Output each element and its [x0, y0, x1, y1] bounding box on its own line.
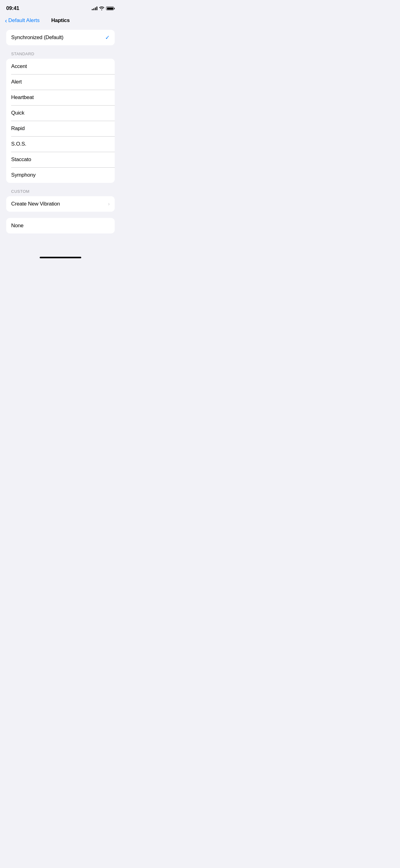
synchronized-card: Synchronized (Default) ✓: [6, 30, 115, 45]
list-item-rapid[interactable]: Rapid: [6, 121, 115, 136]
none-card: None: [6, 218, 115, 234]
page-title: Haptics: [51, 18, 69, 24]
custom-list: Create New Vibration ›: [6, 196, 115, 212]
checkmark-icon: ✓: [105, 34, 110, 41]
content: Synchronized (Default) ✓ STANDARD Accent…: [0, 27, 121, 246]
list-item-accent[interactable]: Accent: [6, 59, 115, 74]
custom-section: CUSTOM Create New Vibration ›: [6, 189, 115, 212]
battery-icon: [106, 6, 115, 10]
nav-bar: ‹ Default Alerts Haptics: [0, 15, 121, 27]
home-bar: [40, 257, 81, 258]
list-item-heartbeat[interactable]: Heartbeat: [6, 90, 115, 105]
create-new-vibration-item[interactable]: Create New Vibration ›: [6, 196, 115, 212]
accent-label: Accent: [11, 63, 27, 69]
back-chevron-icon: ‹: [5, 18, 7, 24]
custom-section-header: CUSTOM: [6, 189, 115, 196]
back-label: Default Alerts: [8, 18, 40, 24]
none-label: None: [11, 223, 24, 229]
rapid-label: Rapid: [11, 125, 25, 132]
staccato-label: Staccato: [11, 156, 31, 163]
heartbeat-label: Heartbeat: [11, 94, 34, 101]
synchronized-item[interactable]: Synchronized (Default) ✓: [6, 30, 115, 45]
list-item-alert[interactable]: Alert: [6, 74, 115, 90]
chevron-right-icon: ›: [108, 201, 110, 207]
list-item-sos[interactable]: S.O.S.: [6, 136, 115, 152]
signal-icon: [92, 6, 97, 10]
status-bar: 09:41: [0, 0, 121, 15]
status-time: 09:41: [6, 5, 19, 11]
list-item-quick[interactable]: Quick: [6, 105, 115, 121]
synchronized-label: Synchronized (Default): [11, 34, 64, 41]
create-new-vibration-label: Create New Vibration: [11, 201, 60, 207]
alert-label: Alert: [11, 79, 22, 85]
list-item-staccato[interactable]: Staccato: [6, 152, 115, 167]
back-button[interactable]: ‹ Default Alerts: [5, 18, 40, 24]
standard-section-header: STANDARD: [6, 52, 115, 59]
home-indicator: [0, 251, 121, 262]
none-item[interactable]: None: [6, 218, 115, 234]
quick-label: Quick: [11, 110, 24, 116]
standard-list: Accent Alert Heartbeat Quick Rapid S.O.S…: [6, 59, 115, 183]
symphony-label: Symphony: [11, 172, 36, 178]
wifi-icon: [99, 6, 104, 10]
standard-section: STANDARD Accent Alert Heartbeat Quick Ra…: [6, 52, 115, 183]
list-item-symphony[interactable]: Symphony: [6, 167, 115, 183]
sos-label: S.O.S.: [11, 141, 26, 147]
status-icons: [92, 6, 115, 10]
